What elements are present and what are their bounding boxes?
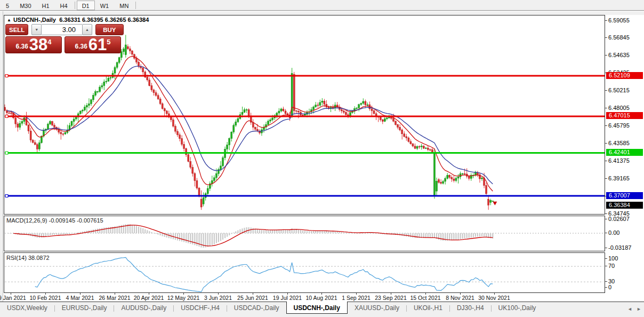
toolbar-separator bbox=[135, 2, 136, 9]
date-tick-label: 12 May 2021 bbox=[167, 295, 200, 301]
date-tick-label: 26 Mar 2021 bbox=[99, 295, 131, 301]
price-tick-mark bbox=[605, 90, 607, 91]
symbol-marker-icon: ▲ bbox=[7, 18, 11, 22]
rsi-tick-label: 0 bbox=[608, 284, 611, 290]
price-tick-label: 6.54635 bbox=[608, 52, 630, 58]
trading-terminal: { "toolbar": { "timeframes": ["5","M30",… bbox=[0, 0, 644, 317]
ask-price-big: 61 bbox=[88, 37, 107, 52]
rsi-tick-label: 100 bbox=[608, 255, 618, 261]
date-tick-label: 25 Jun 2021 bbox=[237, 295, 268, 301]
timeframe-toolbar: 5M30H1H4D1W1MN bbox=[0, 0, 644, 11]
level-price-label: 6.37007 bbox=[606, 192, 643, 199]
sell-button[interactable]: SELL bbox=[5, 24, 28, 35]
macd-tick-mark bbox=[605, 233, 607, 233]
timeframe-button-mn[interactable]: MN bbox=[114, 1, 134, 10]
price-tick-label: 6.41375 bbox=[608, 157, 630, 164]
tab-uk100-daily[interactable]: UK100-,Daily bbox=[492, 302, 543, 314]
bid-price-prefix: 6.36 bbox=[15, 43, 28, 50]
date-tick-label: 19 Jan 2021 bbox=[0, 295, 26, 301]
price-tick-mark bbox=[605, 161, 607, 161]
level-price-label: 6.47015 bbox=[606, 112, 643, 119]
level-price-label: 6.52109 bbox=[606, 72, 643, 79]
date-tick-label: 10 Aug 2021 bbox=[306, 295, 337, 301]
bid-price-pipette: 4 bbox=[47, 38, 51, 46]
price-tick-mark bbox=[605, 178, 607, 179]
tab-xauusd-daily[interactable]: XAUUSD-,Daily bbox=[348, 302, 406, 314]
tab-dj30-h4[interactable]: DJ30-,H4 bbox=[450, 302, 491, 314]
rsi-label: RSI(14) 38.0872 bbox=[6, 255, 50, 261]
macd-label: MACD(12,26,9) -0.009145 -0.007615 bbox=[6, 217, 103, 224]
date-tick-label: 10 Feb 2021 bbox=[30, 295, 61, 301]
price-tick-mark bbox=[605, 37, 607, 38]
date-axis: 19 Jan 202110 Feb 20214 Mar 202126 Mar 2… bbox=[0, 293, 644, 302]
bid-price-big: 38 bbox=[29, 37, 47, 52]
rsi-tick-label: 70 bbox=[608, 263, 615, 269]
price-tick-label: 6.45795 bbox=[608, 122, 630, 129]
timeframe-button-m30[interactable]: M30 bbox=[14, 1, 36, 10]
price-tick-label: 6.39165 bbox=[608, 175, 630, 181]
rsi-panel bbox=[4, 252, 605, 293]
price-tick-mark bbox=[605, 20, 607, 21]
volume-decrease-icon[interactable]: ▼ bbox=[31, 24, 42, 35]
tab-eurusd-daily[interactable]: EURUSD-,Daily bbox=[55, 302, 114, 314]
symbol-tab-bar: USDX,WeeklyEURUSD-,DailyAUDUSD-,DailyUSD… bbox=[0, 302, 644, 317]
toolbar-separator bbox=[75, 2, 75, 9]
timeframe-button-w1[interactable]: W1 bbox=[95, 1, 115, 10]
rsi-tick-mark bbox=[605, 258, 607, 259]
rsi-tick-mark bbox=[605, 281, 607, 282]
window-left-frame bbox=[0, 11, 3, 317]
date-tick-label: 1 Sep 2021 bbox=[342, 295, 371, 301]
price-tick-label: 6.59055 bbox=[608, 17, 630, 23]
price-tick-mark bbox=[605, 55, 607, 56]
volume-input[interactable] bbox=[42, 24, 82, 35]
price-tick-mark bbox=[605, 143, 607, 144]
macd-tick-label: -0.03187 bbox=[608, 244, 631, 251]
rsi-tick-mark bbox=[605, 266, 607, 266]
timeframe-button-h1[interactable]: H1 bbox=[37, 1, 55, 10]
tab-scroll-left-icon[interactable]: ◄ bbox=[627, 306, 632, 312]
timeframe-button-h4[interactable]: H4 bbox=[55, 1, 73, 10]
date-tick-label: 20 Apr 2021 bbox=[134, 295, 164, 301]
timeframe-button-d1[interactable]: D1 bbox=[77, 1, 95, 10]
price-tick-label: 6.56845 bbox=[608, 34, 630, 41]
price-tick-label: 6.48005 bbox=[608, 105, 630, 111]
tab-usdcnh-daily[interactable]: USDCNH-,Daily bbox=[286, 302, 348, 314]
date-tick-label: 4 Mar 2021 bbox=[66, 295, 94, 301]
macd-tick-label: 0.00 bbox=[608, 229, 619, 236]
tab-audusd-daily[interactable]: AUDUSD-,Daily bbox=[114, 302, 173, 314]
price-tick-label: 6.50215 bbox=[608, 87, 630, 93]
date-tick-label: 3 Jun 2021 bbox=[204, 295, 232, 301]
price-tick-mark bbox=[605, 213, 607, 214]
macd-tick-mark bbox=[605, 219, 607, 219]
bid-price-box[interactable]: 6.36 38 4 bbox=[5, 36, 62, 53]
ask-price-pipette: 5 bbox=[107, 38, 110, 46]
macd-tick-mark bbox=[605, 248, 607, 248]
chart-ohlc-values: 6.36331 6.36395 6.36265 6.36384 bbox=[59, 17, 149, 23]
tab-ukoil-h1[interactable]: UKOil-,H1 bbox=[407, 302, 449, 314]
current-price-label: 6.36384 bbox=[606, 202, 643, 209]
volume-increase-icon[interactable]: ▲ bbox=[82, 24, 92, 35]
chart-symbol-label: USDCNH-,Daily bbox=[13, 17, 56, 23]
ask-price-box[interactable]: 6.36 61 5 bbox=[65, 36, 121, 53]
date-tick-label: 8 Nov 2021 bbox=[446, 295, 474, 301]
toolbar-gap bbox=[0, 11, 644, 15]
tab-usdchf-h4[interactable]: USDCHF-,H4 bbox=[174, 302, 227, 314]
date-tick-label: 15 Oct 2021 bbox=[410, 295, 440, 301]
date-tick-label: 23 Sep 2021 bbox=[375, 295, 407, 301]
price-tick-mark bbox=[605, 108, 607, 108]
date-tick-label: 19 Jul 2021 bbox=[273, 295, 302, 301]
buy-button[interactable]: BUY bbox=[95, 24, 124, 35]
price-tick-label: 6.43585 bbox=[608, 140, 630, 146]
timeframe-button-5[interactable]: 5 bbox=[1, 1, 14, 10]
ask-price-prefix: 6.36 bbox=[75, 43, 87, 50]
level-price-label: 6.42401 bbox=[606, 149, 643, 156]
chart-title: ▲USDCNH-,Daily 6.36331 6.36395 6.36265 6… bbox=[7, 17, 149, 23]
rsi-tick-mark bbox=[605, 287, 607, 288]
macd-tick-label: 0.02607 bbox=[608, 216, 630, 222]
one-click-trading-panel: SELL ▼ ▲ BUY 6.36 38 4 6.36 61 5 bbox=[5, 24, 124, 53]
tab-usdcad-daily[interactable]: USDCAD-,Daily bbox=[227, 302, 286, 314]
tab-usdx-weekly[interactable]: USDX,Weekly bbox=[0, 302, 54, 314]
price-tick-mark bbox=[605, 125, 607, 126]
date-tick-label: 30 Nov 2021 bbox=[478, 295, 510, 301]
tab-scroll-right-icon[interactable]: ► bbox=[637, 306, 641, 312]
